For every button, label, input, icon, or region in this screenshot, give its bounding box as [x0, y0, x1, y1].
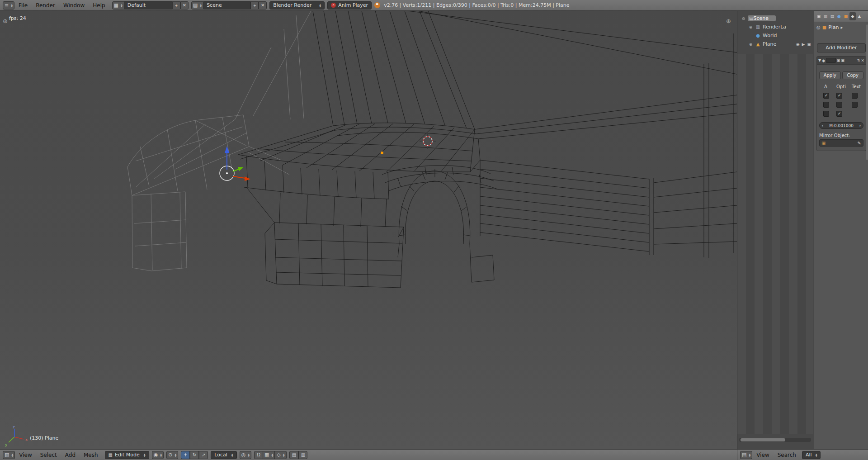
- menu-select[interactable]: Select: [36, 450, 61, 460]
- mirror-object-field[interactable]: ▣ ✎: [819, 139, 863, 147]
- texture-v-checkbox[interactable]: [852, 102, 858, 108]
- modifier-name-field[interactable]: [826, 58, 836, 63]
- eyedropper-icon[interactable]: ✎: [858, 141, 861, 146]
- delete-layout-button[interactable]: ✕: [180, 1, 189, 9]
- 3d-viewport[interactable]: x y z fps: 24 (130) Plane ⊕ ⊕: [0, 11, 737, 449]
- viewport-shading-dropdown[interactable]: ◉▲▼: [152, 451, 164, 459]
- delete-modifier-icon[interactable]: ✕: [861, 58, 864, 63]
- manipulator-x-axis[interactable]: [233, 176, 245, 178]
- pin-icon[interactable]: ◎: [816, 25, 821, 30]
- add-layout-button[interactable]: ＋: [172, 1, 180, 9]
- render-animation-icon-button[interactable]: ▥: [298, 451, 307, 459]
- menu-render[interactable]: Render: [32, 0, 59, 11]
- layout-browse-button[interactable]: ▦▲▼: [112, 1, 124, 9]
- render-image-icon-button[interactable]: ▤: [289, 451, 298, 459]
- outliner-row-plane[interactable]: ⊕ ▲ Plane ◉ ▶ ▣: [737, 40, 814, 48]
- expand-icon[interactable]: ⊕: [748, 25, 753, 29]
- menu-add[interactable]: Add: [61, 450, 80, 460]
- anim-player-button[interactable]: ✕ Anim Player: [327, 1, 372, 9]
- transform-orientation-dropdown[interactable]: Local ▲▼: [211, 451, 236, 459]
- render-shortcuts: ▤ ▥: [289, 451, 307, 459]
- tab-modifiers-icon[interactable]: ◆: [849, 12, 856, 20]
- texture-u-checkbox[interactable]: [852, 93, 858, 99]
- properties-shelf-expand-icon[interactable]: ⊕: [726, 18, 731, 24]
- properties-scrollbar[interactable]: [866, 24, 868, 160]
- scene-name-field[interactable]: Scene: [203, 1, 250, 9]
- scene-icon: ▤: [193, 2, 198, 8]
- outliner-menu-search[interactable]: Search: [774, 450, 800, 460]
- clipping-checkbox[interactable]: [836, 102, 842, 108]
- decrement-arrow-icon[interactable]: ◂: [821, 124, 823, 128]
- tab-scene-icon[interactable]: ▤: [829, 12, 835, 20]
- outliner-menu-view[interactable]: View: [752, 450, 773, 460]
- chevron-updown-icon: ▲▼: [248, 453, 250, 457]
- move-modifier-icon[interactable]: ⇅: [857, 58, 860, 62]
- tab-object-icon[interactable]: ■: [843, 12, 849, 20]
- menu-help[interactable]: Help: [89, 0, 109, 11]
- outliner-row-renderlayers[interactable]: ⊕ ▥ RenderLa: [737, 23, 814, 31]
- delete-scene-button[interactable]: ✕: [259, 1, 267, 9]
- outliner-display-dropdown[interactable]: All ▲▼: [802, 451, 821, 459]
- object-icon: ■: [822, 25, 826, 30]
- info-header: ≡▲▼ File Render Window Help ▦▲▼ Default …: [0, 0, 868, 11]
- properties-breadcrumb: ◎ ■ Plan ▸: [814, 22, 868, 32]
- manipulator-scale-button[interactable]: ↗: [199, 451, 208, 459]
- outliner-horizontal-scrollbar[interactable]: [739, 438, 811, 442]
- apply-button[interactable]: Apply: [819, 71, 841, 79]
- axis-z-label: z: [13, 425, 15, 429]
- editor-type-button[interactable]: ▧▲▼: [3, 451, 15, 459]
- scene-browse-button[interactable]: ▤▲▼: [191, 1, 203, 9]
- restrict-select-pointer-icon[interactable]: ▶: [802, 42, 805, 47]
- snap-element-dropdown[interactable]: ▦▲▼: [263, 451, 275, 459]
- collapse-icon[interactable]: ⊖: [741, 16, 746, 21]
- outliner-row-world[interactable]: ● World: [737, 31, 814, 40]
- copy-button[interactable]: Copy: [842, 71, 864, 79]
- add-modifier-button[interactable]: Add Modifier: [817, 43, 866, 52]
- menu-window[interactable]: Window: [59, 0, 89, 11]
- scene-selector: ▤▲▼ Scene ＋ ✕: [191, 1, 267, 9]
- transform-manipulator[interactable]: [194, 140, 267, 194]
- mode-dropdown[interactable]: ▦ Edit Mode ▲▼: [105, 451, 149, 459]
- menu-file[interactable]: File: [14, 0, 32, 11]
- expand-icon[interactable]: ⊕: [748, 42, 753, 47]
- render-engine-dropdown[interactable]: Blender Render▲▼: [269, 1, 325, 9]
- manipulator-translate-button[interactable]: +: [181, 451, 190, 459]
- vertex-groups-checkbox[interactable]: [836, 111, 842, 117]
- tab-render-icon[interactable]: ▣: [816, 12, 822, 20]
- increment-arrow-icon[interactable]: ▸: [859, 124, 861, 128]
- tab-world-icon[interactable]: ●: [836, 12, 842, 20]
- axis-x-checkbox[interactable]: [823, 93, 829, 99]
- axis-y-chec kbox[interactable]: [823, 102, 829, 108]
- editor-type-button[interactable]: ≡▲▼: [3, 1, 14, 9]
- menu-mesh[interactable]: Mesh: [80, 450, 102, 460]
- viewport-editor-icon: ▧: [5, 452, 9, 458]
- modifier-panel-header[interactable]: ▼ ◆ ▣ ▣ ⇅ ✕: [817, 57, 866, 65]
- outliner-header: ▤▲▼ View Search All ▲▼: [737, 449, 868, 460]
- layout-name-field[interactable]: Default: [124, 1, 172, 9]
- proportional-icon: ◎: [241, 452, 246, 458]
- view-toggle-icon[interactable]: ▣: [841, 58, 845, 62]
- chevron-updown-icon: ▲▼: [816, 453, 817, 457]
- pivot-point-dropdown[interactable]: ⊙▲▼: [166, 451, 178, 459]
- toolshelf-expand-icon[interactable]: ⊕: [3, 18, 8, 24]
- manipulator-rotate-button[interactable]: ↻: [190, 451, 199, 459]
- menu-view[interactable]: View: [15, 450, 36, 460]
- tab-render-layers-icon[interactable]: ▥: [822, 12, 829, 20]
- proportional-edit-dropdown[interactable]: ◎▲▼: [240, 451, 251, 459]
- editor-type-button[interactable]: ▤▲▼: [740, 451, 752, 459]
- merge-limit-field[interactable]: ◂ M:0.001000 ▸: [819, 122, 863, 129]
- snap-target-dropdown[interactable]: ◇▲▼: [275, 451, 287, 459]
- panel-collapse-icon[interactable]: ▼: [818, 58, 821, 62]
- tab-object-data-icon[interactable]: ▲: [856, 12, 863, 20]
- snap-magnet-button[interactable]: Ω: [254, 451, 263, 459]
- restrict-view-eye-icon[interactable]: ◉: [796, 42, 800, 47]
- outliner-row-scene[interactable]: ⊖ ▤Scene: [737, 14, 814, 23]
- selected-vertex[interactable]: [381, 152, 383, 154]
- axis-z-checkbox[interactable]: [823, 111, 829, 117]
- restrict-render-camera-icon[interactable]: ▣: [807, 42, 811, 47]
- render-toggle-icon[interactable]: ▣: [837, 58, 840, 62]
- screen-layout-selector: ▦▲▼ Default ＋ ✕: [112, 1, 189, 9]
- 3d-cursor: [418, 131, 438, 151]
- add-scene-button[interactable]: ＋: [250, 1, 259, 9]
- merge-checkbox[interactable]: [836, 93, 842, 99]
